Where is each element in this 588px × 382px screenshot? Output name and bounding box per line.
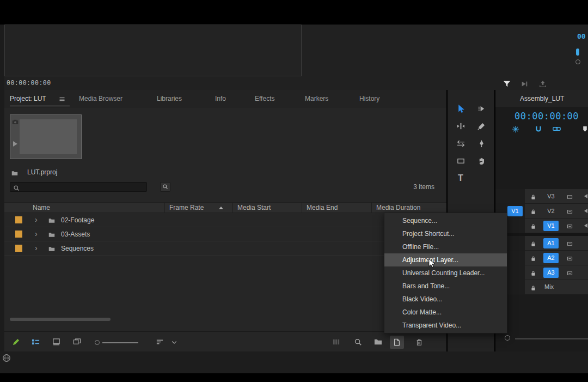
track-target-v1[interactable]: V1: [543, 221, 559, 231]
column-header-name[interactable]: Name: [4, 203, 165, 213]
track-target-a3[interactable]: A3: [543, 268, 559, 278]
track-lock-icon[interactable]: [530, 240, 536, 247]
marker-icon[interactable]: [581, 125, 588, 132]
track-lock-icon[interactable]: [530, 269, 536, 277]
zoom-slider-handle[interactable]: [95, 340, 100, 345]
globe-icon: [2, 354, 11, 362]
ripple-edit-tool-icon[interactable]: [450, 119, 471, 132]
chevron-down-icon[interactable]: [171, 338, 177, 345]
track-row-mix: Mix: [495, 280, 588, 295]
nest-toggle-icon[interactable]: [512, 125, 519, 133]
project-file-name[interactable]: LUT.prproj: [27, 168, 57, 176]
search-bin-button[interactable]: [160, 182, 170, 192]
timeline-tabbar: Assembly_LUT: [495, 90, 588, 107]
label-color-chip[interactable]: [15, 231, 22, 238]
menu-item-color-matte[interactable]: Color Matte...: [384, 306, 507, 319]
track-lock-icon[interactable]: [530, 254, 536, 262]
menu-item-adjustment-layer[interactable]: Adjustment Layer...: [384, 253, 507, 266]
timeline-controls: [495, 124, 588, 136]
list-view-icon[interactable]: [32, 338, 40, 346]
partial-arrow-icon: [584, 194, 587, 198]
icon-view-icon[interactable]: [52, 338, 60, 346]
play-icon[interactable]: [13, 141, 17, 147]
track-lock-icon[interactable]: [530, 222, 536, 230]
menu-item-bars-and-tone[interactable]: Bars and Tone...: [384, 280, 507, 293]
column-header-media-start[interactable]: Media Start: [233, 203, 302, 213]
track-row-v2: V1 V2: [495, 204, 588, 219]
sync-lock-icon[interactable]: [566, 269, 573, 277]
new-bin-icon[interactable]: [374, 338, 382, 346]
selection-tool-icon[interactable]: [450, 102, 471, 115]
tab-history[interactable]: History: [359, 95, 379, 102]
menu-item-sequence[interactable]: Sequence...: [384, 214, 507, 227]
razor-tool-icon[interactable]: [471, 119, 492, 132]
menu-item-universal-counting-leader[interactable]: Universal Counting Leader...: [384, 266, 507, 280]
type-tool-icon[interactable]: T: [450, 172, 471, 185]
project-preview-thumbnail[interactable]: [10, 114, 82, 159]
freeform-view-icon[interactable]: [73, 338, 81, 346]
column-header-frame-rate[interactable]: Frame Rate: [165, 203, 233, 213]
sync-lock-icon[interactable]: [566, 208, 573, 215]
track-lock-icon[interactable]: [530, 284, 536, 292]
menu-item-transparent-video[interactable]: Transparent Video...: [384, 319, 507, 332]
tab-effects[interactable]: Effects: [255, 95, 274, 102]
tab-libraries[interactable]: Libraries: [157, 95, 182, 102]
hand-tool-icon[interactable]: [471, 154, 492, 167]
snap-icon[interactable]: [535, 125, 542, 133]
bin-row-03-assets[interactable]: › 03-Assets: [4, 227, 446, 241]
linked-selection-icon[interactable]: [553, 125, 561, 133]
sync-lock-icon[interactable]: [566, 254, 573, 262]
sequence-timecode[interactable]: 00:00:00:00: [514, 111, 579, 122]
disclosure-chevron-icon[interactable]: ›: [35, 229, 38, 238]
source-patch-v1[interactable]: V1: [507, 206, 523, 216]
menu-item-project-shortcut[interactable]: Project Shortcut...: [384, 227, 507, 240]
tab-project[interactable]: Project: LUT: [10, 95, 46, 102]
find-icon[interactable]: [354, 338, 362, 346]
track-lock-icon[interactable]: [530, 193, 536, 201]
track-target-v2[interactable]: V2: [543, 206, 559, 216]
track-target-a1[interactable]: A1: [543, 238, 559, 248]
bin-row-sequences[interactable]: › Sequences: [4, 241, 446, 256]
left-gutter: [0, 25, 4, 351]
sync-lock-icon[interactable]: [566, 193, 573, 201]
active-tab-underline: [10, 106, 70, 106]
premiere-pro-window: 00:00:00:00 00 Project: LUT Media Browse…: [0, 0, 588, 382]
bin-row-02-footage[interactable]: › 02-Footage: [4, 213, 446, 227]
menu-item-offline-file[interactable]: Offline File...: [384, 240, 507, 253]
sync-lock-icon[interactable]: [566, 240, 573, 247]
sync-lock-icon[interactable]: [566, 222, 573, 230]
tab-info[interactable]: Info: [215, 95, 226, 102]
column-header-media-end[interactable]: Media End: [302, 203, 372, 213]
column-header-media-duration[interactable]: Media Duration: [372, 203, 446, 213]
play-output-icon[interactable]: [520, 80, 528, 88]
filter-funnel-icon[interactable]: [503, 80, 511, 88]
timeline-zoom-handle[interactable]: [505, 335, 510, 341]
track-target-a2[interactable]: A2: [543, 253, 559, 263]
search-input[interactable]: [10, 182, 147, 192]
track-lock-icon[interactable]: [530, 208, 536, 215]
label-color-chip[interactable]: [15, 216, 22, 223]
menu-item-black-video[interactable]: Black Video...: [384, 293, 507, 306]
disclosure-chevron-icon[interactable]: ›: [35, 215, 38, 224]
tab-sequence[interactable]: Assembly_LUT: [520, 95, 564, 102]
export-icon[interactable]: [539, 80, 547, 88]
monitor-timecode[interactable]: 00:00:00:00: [7, 79, 51, 87]
automate-sequence-icon[interactable]: [332, 338, 340, 346]
track-select-tool-icon[interactable]: [471, 102, 492, 115]
panel-menu-icon[interactable]: [59, 95, 65, 102]
label-color-chip[interactable]: [15, 245, 22, 252]
rectangle-tool-icon[interactable]: [450, 154, 471, 167]
tab-markers[interactable]: Markers: [305, 95, 328, 102]
pen-tool-icon[interactable]: [471, 137, 492, 150]
slip-tool-icon[interactable]: [450, 137, 471, 150]
new-item-button[interactable]: [390, 336, 404, 349]
timeline-scrollbar[interactable]: [515, 338, 588, 339]
edit-pencil-icon[interactable]: [12, 338, 20, 346]
horizontal-scrollbar[interactable]: [10, 318, 111, 321]
tab-media-browser[interactable]: Media Browser: [79, 95, 122, 102]
track-target-v3[interactable]: V3: [543, 191, 559, 202]
zoom-slider-track[interactable]: [102, 342, 138, 343]
trash-icon[interactable]: [415, 338, 423, 346]
sort-icon[interactable]: [156, 338, 164, 346]
disclosure-chevron-icon[interactable]: ›: [35, 244, 38, 252]
